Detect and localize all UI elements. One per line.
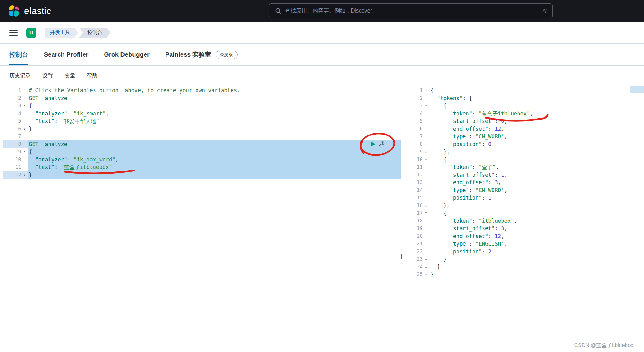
- code-text: "end_offset": 3,: [429, 179, 644, 186]
- space-avatar[interactable]: D: [26, 28, 36, 38]
- code-line[interactable]: 2 "tokens": [: [401, 94, 644, 102]
- fold-toggle-icon[interactable]: ▾: [21, 102, 28, 110]
- breadcrumb-item-console: 控制台: [79, 28, 110, 38]
- fold-toggle-icon[interactable]: ▾: [423, 102, 429, 110]
- code-line[interactable]: 25▴}: [401, 271, 644, 278]
- code-line[interactable]: 13 "end_offset": 3,: [401, 179, 644, 186]
- fold-spacer: [21, 87, 28, 94]
- code-line[interactable]: 21 "type": "ENGLISH",: [401, 240, 644, 248]
- code-line[interactable]: 9▴ },: [401, 148, 644, 156]
- elastic-home-link[interactable]: elastic: [8, 5, 51, 17]
- code-line[interactable]: 11 "text": "蓝盒子itbluebox": [3, 163, 401, 171]
- line-number: 12: [3, 171, 21, 179]
- code-line[interactable]: 2GET _analyze: [3, 94, 401, 102]
- response-editor[interactable]: 1▾{2 "tokens": [3▾ {4 "token": "蓝盒子itblu…: [401, 87, 644, 278]
- code-line[interactable]: 6 "end_offset": 12,: [401, 125, 644, 133]
- scrollbar-marker[interactable]: [630, 86, 644, 93]
- code-line[interactable]: 18 "token": "itbluebox",: [401, 217, 644, 225]
- global-search-input[interactable]: [285, 8, 539, 14]
- tab-painless-lab[interactable]: Painless 实验室 公测版: [165, 44, 238, 65]
- gutter-cell: 9▾: [3, 148, 28, 156]
- code-line[interactable]: 14 "type": "CN_WORD",: [401, 186, 644, 194]
- menu-hamburger-icon[interactable]: [9, 30, 18, 36]
- gutter-cell: 10: [3, 156, 28, 164]
- code-line[interactable]: 1# Click the Variables button, above, to…: [3, 87, 401, 94]
- fold-toggle-icon[interactable]: ▾: [423, 87, 429, 94]
- code-line[interactable]: 12 "start_offset": 1,: [401, 171, 644, 179]
- code-line[interactable]: 6▴}: [3, 125, 401, 133]
- code-line[interactable]: 15 "position": 1: [401, 194, 644, 202]
- fold-toggle-icon[interactable]: ▴: [21, 125, 28, 133]
- code-text: "analyzer": "ik_max_word",: [28, 156, 401, 164]
- gutter-cell: 24▴: [401, 263, 429, 271]
- code-text: GET _analyze: [28, 140, 401, 148]
- code-line[interactable]: 5 "start_offset": 0,: [401, 117, 644, 125]
- code-line[interactable]: 4 "analyzer": "ik_smart",: [3, 110, 401, 118]
- code-line[interactable]: 8 "position": 0: [401, 140, 644, 148]
- code-line[interactable]: 22 "position": 2: [401, 248, 644, 256]
- request-settings-wrench-icon[interactable]: [379, 141, 385, 147]
- fold-spacer: [423, 133, 429, 140]
- code-line[interactable]: 1▾{: [401, 87, 644, 94]
- fold-toggle-icon[interactable]: ▴: [423, 202, 429, 210]
- menu-item-variables[interactable]: 变量: [64, 72, 75, 79]
- tab-console[interactable]: 控制台: [9, 44, 28, 65]
- menu-item-history[interactable]: 历史记录: [9, 72, 31, 79]
- code-line[interactable]: 17▾ {: [401, 209, 644, 217]
- line-number: 7: [3, 133, 21, 140]
- line-number: 5: [401, 117, 423, 125]
- fold-spacer: [423, 117, 429, 125]
- fold-toggle-icon[interactable]: ▴: [423, 148, 429, 156]
- code-text: "end_offset": 12,: [429, 125, 644, 133]
- fold-spacer: [423, 232, 429, 240]
- code-line[interactable]: 10▾ {: [401, 156, 644, 164]
- code-line[interactable]: 4 "token": "蓝盒子itbluebox",: [401, 110, 644, 118]
- code-line[interactable]: 20 "end_offset": 12,: [401, 232, 644, 240]
- code-line[interactable]: 5 "text": "我爱中华大地": [3, 117, 401, 125]
- code-line[interactable]: 11 "token": "盒子",: [401, 163, 644, 171]
- tab-search-profiler[interactable]: Search Profiler: [44, 44, 88, 65]
- line-number: 9: [401, 148, 423, 156]
- send-request-play-icon[interactable]: [371, 141, 376, 147]
- fold-toggle-icon[interactable]: ▾: [423, 209, 429, 217]
- line-number: 6: [3, 125, 21, 133]
- fold-toggle-icon[interactable]: ▾: [423, 156, 429, 164]
- code-text: "position": 1: [429, 194, 644, 202]
- fold-toggle-icon[interactable]: ▴: [21, 171, 28, 179]
- code-line[interactable]: 3▾ {: [401, 102, 644, 110]
- code-line[interactable]: 3▾{: [3, 102, 401, 110]
- breadcrumb-item-dev-tools[interactable]: 开发工具: [45, 28, 78, 38]
- code-line[interactable]: 8GET _analyze: [3, 140, 401, 148]
- code-line[interactable]: 19 "start_offset": 3,: [401, 225, 644, 232]
- code-line[interactable]: 9▾{: [3, 148, 401, 156]
- code-line[interactable]: 24▴ ]: [401, 263, 644, 271]
- code-line[interactable]: 12▴}: [3, 171, 401, 179]
- gutter-cell: 20: [401, 232, 429, 240]
- fold-toggle-icon[interactable]: ▴: [423, 263, 429, 271]
- code-line[interactable]: 7 "type": "CN_WORD",: [401, 133, 644, 140]
- code-line[interactable]: 16▴ },: [401, 202, 644, 210]
- gutter-cell: 2: [401, 94, 429, 102]
- fold-toggle-icon[interactable]: ▴: [423, 271, 429, 278]
- menu-item-help[interactable]: 帮助: [87, 72, 97, 79]
- fold-spacer: [423, 225, 429, 232]
- beta-badge: 公测版: [216, 51, 238, 59]
- gutter-cell: 5: [401, 117, 429, 125]
- gutter-cell: 21: [401, 240, 429, 248]
- menu-item-settings[interactable]: 设置: [42, 72, 53, 79]
- tab-grok-debugger[interactable]: Grok Debugger: [104, 44, 150, 65]
- fold-toggle-icon[interactable]: ▴: [423, 255, 429, 263]
- code-line[interactable]: 7: [3, 133, 401, 140]
- global-search[interactable]: ^/: [269, 3, 553, 18]
- code-text: ]: [429, 263, 644, 271]
- fold-spacer: [423, 125, 429, 133]
- request-editor[interactable]: 1# Click the Variables button, above, to…: [3, 87, 401, 179]
- code-text: "analyzer": "ik_smart",: [28, 110, 401, 118]
- request-actions: [371, 141, 385, 147]
- fold-spacer: [423, 179, 429, 186]
- code-line[interactable]: 23▴ }: [401, 255, 644, 263]
- fold-spacer: [21, 156, 28, 164]
- code-text: {: [28, 102, 401, 110]
- code-line[interactable]: 10 "analyzer": "ik_max_word",: [3, 156, 401, 164]
- fold-toggle-icon[interactable]: ▾: [21, 148, 28, 156]
